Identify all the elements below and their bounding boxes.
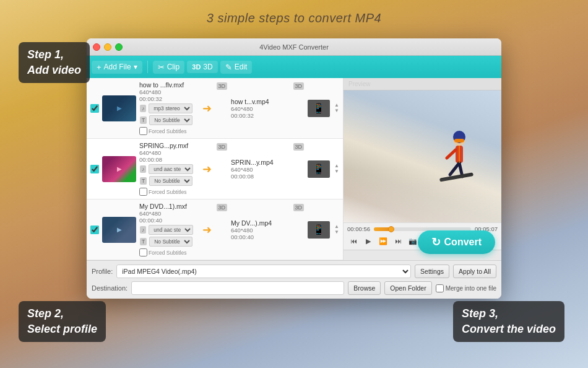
file-item-3: ▶ My DVD...1).mxf 640*480 00:00:40 ♪ und… — [87, 199, 343, 260]
audio-select-2[interactable]: und aac ste — [149, 164, 193, 174]
svg-line-2 — [447, 150, 456, 158]
audio-select-3[interactable]: und aac ste — [149, 225, 193, 235]
edit-button[interactable]: ✎ Edit — [220, 61, 253, 74]
step-forward-button[interactable]: ⏩ — [377, 235, 389, 247]
close-button[interactable] — [93, 43, 100, 51]
convert-button[interactable]: ↻ Convert — [418, 230, 495, 254]
edit-icon: ✎ — [225, 63, 232, 72]
forced-subtitle-3[interactable]: Forced Subtitles — [139, 248, 186, 256]
snow-overlay — [344, 170, 501, 222]
settings-button[interactable]: Settings — [415, 265, 449, 278]
arrow-icon-1: ➜ — [202, 102, 212, 115]
toolbar: + Add File ▾ ✂ Clip 3D 3D ✎ Edit — [87, 56, 501, 78]
file-checkbox-3[interactable] — [90, 226, 99, 234]
file-res-in-3: 640*480 — [139, 210, 198, 217]
3d-button[interactable]: 3D 3D — [187, 61, 217, 73]
convert-label: Convert — [444, 237, 482, 248]
play-button[interactable]: ▶ — [362, 235, 374, 247]
forced-subtitle-2[interactable]: Forced Subtitles — [139, 188, 186, 196]
add-file-button[interactable]: + Add File ▾ — [92, 61, 142, 74]
file-info-3: My DVD...1).mxf 640*480 00:00:40 ♪ und a… — [139, 203, 198, 256]
file-name-out-3: My DV...).mp4 — [231, 219, 290, 227]
file-dur-in-1: 00:00:32 — [139, 95, 198, 102]
maximize-button[interactable] — [115, 43, 123, 51]
dest-input[interactable] — [131, 281, 344, 295]
file-item: ▶ how to ...flv.mxf 640*480 00:00:32 ♪ m… — [87, 78, 343, 139]
file-thumbnail-2: ▶ — [102, 156, 136, 182]
file-list[interactable]: ▶ how to ...flv.mxf 640*480 00:00:32 ♪ m… — [87, 78, 344, 260]
current-time: 00:00:56 — [347, 226, 370, 232]
merge-checkbox[interactable]: Merge into one file — [436, 284, 496, 292]
main-area: ▶ how to ...flv.mxf 640*480 00:00:32 ♪ m… — [87, 78, 501, 260]
phone-icon-3: 📱 — [313, 224, 325, 235]
phone-icon-1: 📱 — [313, 102, 325, 114]
page-title: 3 simple steps to convert MP4 — [0, 0, 588, 30]
3d-badge-in-3: 3D — [217, 204, 228, 211]
merge-input[interactable] — [436, 284, 444, 292]
file-name-in-1: how to ...flv.mxf — [139, 81, 198, 89]
file-dur-out-2: 00:00:08 — [231, 173, 290, 180]
audio-badge-1: ♪ — [140, 105, 146, 112]
apply-all-button[interactable]: Apply to All — [453, 265, 496, 278]
output-thumb-1: 📱 — [308, 100, 330, 117]
sort-arrows-3[interactable]: ▲ ▼ — [334, 224, 339, 235]
subtitle-select-2[interactable]: No Subtitle — [149, 176, 192, 186]
subtitle-select-1[interactable]: No Subtitle — [149, 115, 192, 125]
3d-badge-out-3: 3D — [293, 204, 305, 211]
merge-label: Merge into one file — [446, 285, 496, 292]
preview-video — [344, 90, 501, 222]
open-folder-button[interactable]: Open Folder — [384, 281, 431, 295]
3d-badge-out-2: 3D — [293, 143, 305, 151]
arrow-icon-2: ➜ — [202, 162, 212, 176]
subtitle-t-badge-1: T — [140, 116, 147, 124]
sort-arrows-2[interactable]: ▲ ▼ — [334, 164, 339, 175]
preview-label: Preview — [344, 78, 501, 90]
convert-icon: ↻ — [431, 235, 441, 249]
output-thumb-2: 📱 — [308, 160, 330, 178]
snapshot-button[interactable]: 📷 — [407, 235, 419, 247]
profile-label: Profile: — [92, 268, 113, 275]
skip-forward-button[interactable]: ⏭ — [392, 235, 404, 247]
dest-label: Destination: — [92, 284, 128, 292]
progress-handle[interactable] — [388, 226, 394, 232]
phone-icon-2: 📱 — [313, 163, 325, 175]
file-info-1: how to ...flv.mxf 640*480 00:00:32 ♪ mp3… — [139, 81, 198, 135]
file-dur-out-3: 00:00:40 — [231, 234, 290, 240]
3d-icon: 3D — [192, 63, 201, 71]
file-name-out-2: SPRIN...y.mp4 — [231, 159, 290, 166]
audio-badge-3: ♪ — [140, 226, 146, 234]
profile-row: Profile: iPad MPEG4 Video(.mp4) Settings… — [92, 265, 496, 278]
file-name-in-2: SPRING...py.mxf — [139, 142, 198, 149]
step2-label: Step 2,Select profile — [19, 301, 106, 342]
sort-arrows-1[interactable]: ▲ ▼ — [334, 103, 339, 114]
clip-button[interactable]: ✂ Clip — [153, 61, 185, 74]
output-thumb-3: 📱 — [308, 221, 330, 239]
file-item-2: ▶ SPRING...py.mxf 640*480 00:00:08 ♪ und… — [87, 139, 343, 199]
output-info-3: My DV...).mp4 640*480 00:00:40 — [231, 219, 290, 240]
file-checkbox-2[interactable] — [90, 165, 99, 173]
audio-select-1[interactable]: mp3 stereo — [149, 103, 192, 113]
clip-icon: ✂ — [158, 63, 165, 72]
profile-select[interactable]: iPad MPEG4 Video(.mp4) — [116, 265, 411, 278]
skip-back-button[interactable]: ⏮ — [347, 235, 360, 247]
file-dur-in-2: 00:00:08 — [139, 156, 198, 163]
file-checkbox-1[interactable] — [90, 104, 99, 113]
output-info-1: how t...v.mp4 640*480 00:00:32 — [231, 98, 290, 119]
subtitle-t-badge-2: T — [140, 177, 147, 185]
subtitle-t-badge-3: T — [140, 238, 147, 245]
dest-row: Destination: Browse Open Folder Merge in… — [92, 281, 496, 295]
minimize-button[interactable] — [104, 43, 111, 51]
browse-button[interactable]: Browse — [348, 281, 381, 295]
file-res-out-3: 640*480 — [231, 227, 290, 234]
step1-label: Step 1,Add video — [19, 42, 90, 83]
audio-badge-2: ♪ — [140, 165, 146, 173]
forced-subtitle-1[interactable]: Forced Subtitles — [139, 127, 186, 135]
3d-badge-in-2: 3D — [217, 143, 228, 151]
svg-rect-7 — [454, 139, 464, 142]
bottom-bar: Profile: iPad MPEG4 Video(.mp4) Settings… — [87, 260, 501, 299]
file-res-out-1: 640*480 — [231, 105, 290, 112]
file-dur-out-1: 00:00:32 — [231, 112, 290, 119]
subtitle-select-3[interactable]: No Subtitle — [149, 237, 192, 247]
output-info-2: SPRIN...y.mp4 640*480 00:00:08 — [231, 159, 290, 180]
toolbar-separator — [147, 61, 148, 73]
